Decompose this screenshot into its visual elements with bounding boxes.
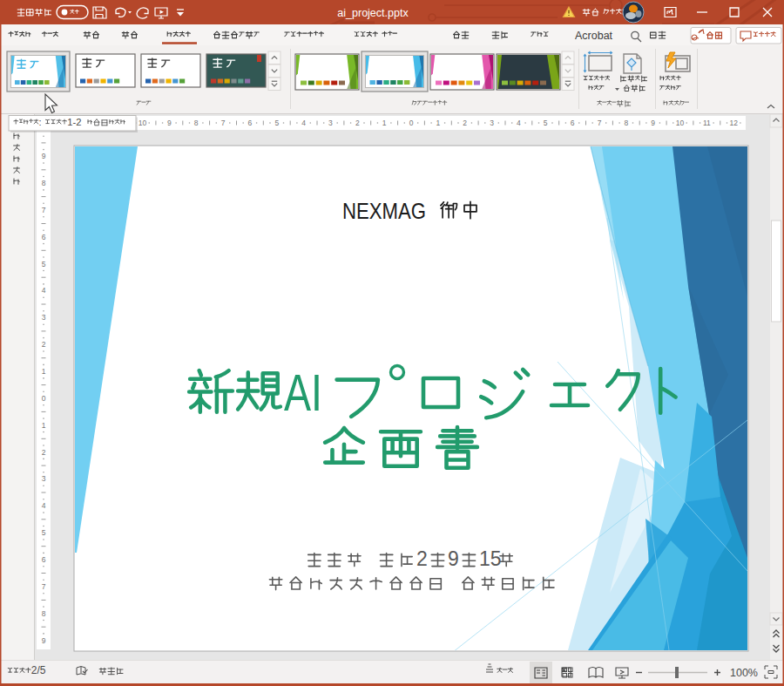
svg-text:4: 4	[517, 119, 521, 127]
svg-text:1-2: 1-2	[67, 117, 81, 127]
svg-text:1: 1	[42, 367, 46, 376]
svg-text:3: 3	[490, 119, 494, 127]
svg-text:4: 4	[301, 119, 306, 127]
svg-text:6: 6	[248, 119, 253, 127]
svg-text:2: 2	[416, 547, 428, 570]
svg-text:100%: 100%	[730, 667, 758, 679]
svg-text:4: 4	[42, 501, 46, 510]
svg-text:8: 8	[42, 609, 46, 618]
svg-text:2: 2	[355, 119, 360, 127]
svg-text:15: 15	[479, 547, 502, 570]
svg-text:5: 5	[274, 119, 279, 127]
svg-text:3: 3	[328, 119, 333, 127]
svg-text:8: 8	[42, 179, 46, 187]
svg-text::: :	[39, 117, 42, 127]
svg-text:1: 1	[42, 421, 46, 430]
svg-text:6: 6	[42, 555, 46, 564]
svg-text:6: 6	[42, 233, 46, 241]
svg-text:9: 9	[42, 636, 46, 645]
svg-text:1: 1	[382, 119, 387, 127]
svg-text:2: 2	[42, 448, 46, 457]
svg-text:9: 9	[448, 547, 459, 570]
svg-text:10: 10	[139, 119, 147, 127]
svg-text:12: 12	[729, 119, 738, 127]
svg-text:2: 2	[42, 340, 46, 349]
svg-text:ai_project.pptx: ai_project.pptx	[337, 7, 409, 19]
svg-text:11: 11	[703, 119, 711, 127]
svg-text:AI: AI	[284, 364, 322, 422]
svg-text:3: 3	[42, 313, 46, 322]
svg-text:NEXMAG: NEXMAG	[342, 198, 426, 224]
svg-text:4: 4	[42, 286, 46, 295]
svg-text:2: 2	[463, 119, 467, 127]
svg-text:10: 10	[676, 119, 685, 127]
svg-text:5: 5	[42, 260, 46, 268]
svg-text:1: 1	[436, 119, 441, 127]
svg-text:8: 8	[624, 119, 628, 127]
svg-text:9: 9	[651, 119, 655, 127]
svg-text:5: 5	[42, 528, 46, 537]
svg-text:0: 0	[409, 119, 414, 127]
svg-text:7: 7	[598, 119, 602, 127]
svg-text:Acrobat: Acrobat	[575, 30, 613, 42]
svg-text:7: 7	[221, 119, 226, 127]
svg-text:7: 7	[42, 206, 46, 214]
svg-text:9: 9	[167, 119, 172, 127]
svg-text:0: 0	[42, 394, 46, 403]
svg-text:2/5: 2/5	[31, 664, 46, 676]
svg-text:9: 9	[42, 152, 46, 160]
svg-text:5: 5	[544, 119, 548, 127]
svg-text:3: 3	[42, 474, 46, 483]
svg-text:8: 8	[194, 119, 199, 127]
svg-text:6: 6	[571, 119, 575, 127]
svg-text:7: 7	[42, 582, 46, 591]
